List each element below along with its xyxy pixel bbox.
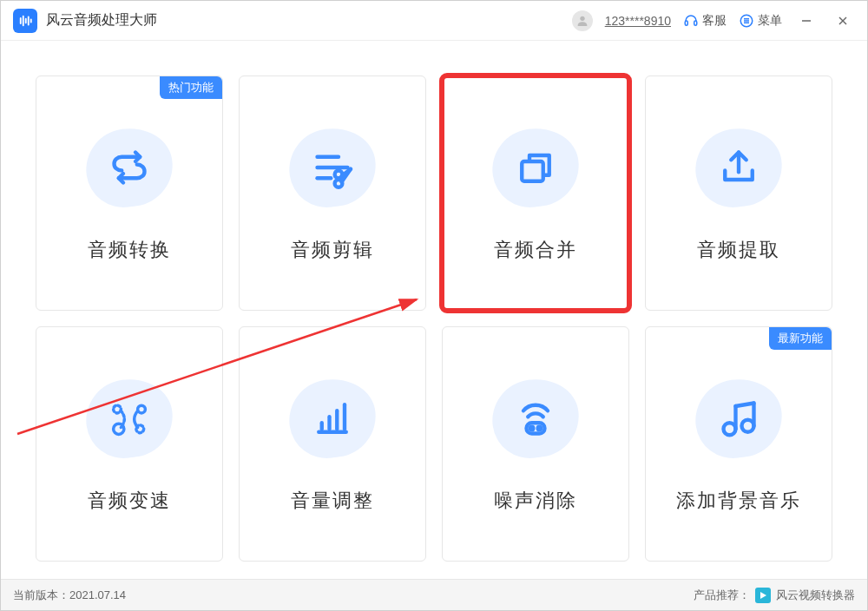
card-audio-merge[interactable]: 音频合并 (442, 76, 629, 311)
version-value: 2021.07.14 (69, 588, 126, 601)
support-link[interactable]: 客服 (683, 13, 727, 29)
titlebar: 风云音频处理大师 123****8910 客服 菜单 (1, 1, 867, 41)
noise-icon (492, 375, 579, 462)
menu-link[interactable]: 菜单 (739, 13, 782, 29)
svg-point-25 (138, 405, 146, 413)
hot-badge: 热门功能 (160, 76, 222, 99)
card-label: 音频提取 (697, 237, 780, 263)
card-label: 噪声消除 (494, 488, 577, 514)
recommend-product: 风云视频转换器 (776, 588, 855, 603)
version-label: 当前版本： (13, 588, 69, 603)
card-label: 音频转换 (88, 237, 171, 263)
cut-icon (289, 124, 376, 211)
speed-icon (86, 375, 173, 462)
convert-icon (86, 124, 173, 211)
svg-line-40 (736, 403, 754, 406)
footer: 当前版本： 2021.07.14 产品推荐： 风云视频转换器 (1, 579, 867, 610)
recommend-label: 产品推荐： (694, 588, 750, 603)
svg-rect-7 (694, 21, 697, 25)
menu-label: 菜单 (758, 13, 782, 29)
svg-point-35 (538, 426, 542, 430)
close-button[interactable] (831, 9, 855, 33)
card-label: 音频剪辑 (291, 237, 374, 263)
volume-icon (289, 375, 376, 462)
app-title: 风云音频处理大师 (46, 11, 157, 30)
card-audio-extract[interactable]: 音频提取 (645, 76, 832, 311)
card-audio-volume[interactable]: 音量调整 (239, 326, 426, 562)
titlebar-right: 123****8910 客服 菜单 (572, 9, 855, 33)
card-label: 音频变速 (88, 488, 171, 514)
merge-icon (492, 124, 579, 211)
card-label: 音量调整 (291, 488, 374, 514)
user-avatar-icon[interactable] (572, 10, 593, 31)
card-label: 添加背景音乐 (676, 488, 801, 514)
svg-point-24 (114, 405, 122, 413)
minimize-button[interactable] (794, 9, 819, 33)
card-audio-cut[interactable]: 音频剪辑 (239, 76, 426, 311)
extract-icon (695, 124, 782, 211)
feature-grid: 热门功能 音频转换 (36, 76, 832, 562)
bgm-icon (695, 375, 782, 462)
card-noise-removal[interactable]: 噪声消除 (442, 326, 629, 562)
app-window: 风云音频处理大师 123****8910 客服 菜单 (0, 0, 868, 611)
footer-recommend[interactable]: 产品推荐： 风云视频转换器 (694, 588, 855, 603)
card-audio-speed[interactable]: 音频变速 (36, 326, 223, 562)
main-area: 热门功能 音频转换 (1, 41, 867, 579)
svg-point-34 (530, 426, 534, 430)
card-add-bgm[interactable]: 最新功能 添加背景音乐 (645, 326, 832, 562)
svg-rect-22 (522, 161, 543, 181)
card-audio-convert[interactable]: 热门功能 音频转换 (36, 76, 223, 311)
card-label: 音频合并 (494, 237, 577, 263)
new-badge: 最新功能 (769, 327, 832, 350)
user-phone[interactable]: 123****8910 (605, 14, 671, 28)
recommend-logo-icon (755, 588, 771, 603)
svg-marker-41 (760, 592, 766, 599)
support-label: 客服 (702, 13, 727, 29)
svg-point-5 (580, 16, 584, 20)
app-logo-icon (13, 9, 37, 33)
svg-rect-6 (685, 21, 687, 25)
